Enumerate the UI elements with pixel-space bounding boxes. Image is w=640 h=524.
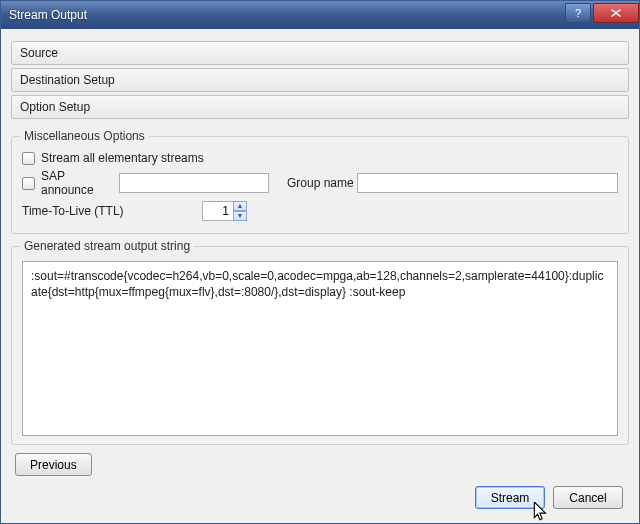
client-area: Source Destination Setup Option Setup Mi… bbox=[1, 29, 639, 523]
misc-group-title: Miscellaneous Options bbox=[20, 129, 149, 143]
ttl-up-button[interactable]: ▲ bbox=[233, 201, 247, 211]
ttl-label: Time-To-Live (TTL) bbox=[22, 204, 202, 218]
ttl-row: Time-To-Live (TTL) ▲ ▼ bbox=[22, 201, 618, 221]
close-icon bbox=[611, 9, 621, 17]
sap-label: SAP announce bbox=[41, 169, 119, 197]
close-button[interactable] bbox=[593, 3, 639, 23]
window-title: Stream Output bbox=[9, 8, 563, 22]
titlebar: Stream Output ? bbox=[1, 1, 639, 29]
section-option[interactable]: Option Setup bbox=[11, 95, 629, 119]
dialog-window: Stream Output ? Source Destination Setup… bbox=[0, 0, 640, 524]
titlebar-buttons: ? bbox=[563, 3, 639, 23]
sap-input[interactable] bbox=[119, 173, 269, 193]
stream-button-label: Stream bbox=[491, 491, 530, 505]
previous-button[interactable]: Previous bbox=[15, 453, 92, 476]
output-group: Generated stream output string :sout=#tr… bbox=[11, 246, 629, 445]
stream-all-label: Stream all elementary streams bbox=[41, 151, 204, 165]
sap-row: SAP announce Group name bbox=[22, 169, 618, 197]
ttl-spinner: ▲ ▼ bbox=[202, 201, 247, 221]
sap-checkbox[interactable] bbox=[22, 177, 35, 190]
ttl-down-button[interactable]: ▼ bbox=[233, 211, 247, 221]
stream-all-row: Stream all elementary streams bbox=[22, 151, 618, 165]
output-group-title: Generated stream output string bbox=[20, 239, 194, 253]
group-name-label: Group name bbox=[287, 176, 357, 190]
section-source[interactable]: Source bbox=[11, 41, 629, 65]
previous-holder: Previous bbox=[11, 445, 629, 476]
output-textarea[interactable]: :sout=#transcode{vcodec=h264,vb=0,scale=… bbox=[22, 261, 618, 436]
help-button[interactable]: ? bbox=[565, 3, 591, 23]
group-name-input[interactable] bbox=[357, 173, 618, 193]
stream-button[interactable]: Stream bbox=[475, 486, 545, 509]
ttl-input[interactable] bbox=[202, 201, 234, 221]
misc-group: Miscellaneous Options Stream all element… bbox=[11, 136, 629, 234]
cancel-button[interactable]: Cancel bbox=[553, 486, 623, 509]
footer: Stream Cancel bbox=[11, 476, 629, 513]
section-destination[interactable]: Destination Setup bbox=[11, 68, 629, 92]
stream-all-checkbox[interactable] bbox=[22, 152, 35, 165]
